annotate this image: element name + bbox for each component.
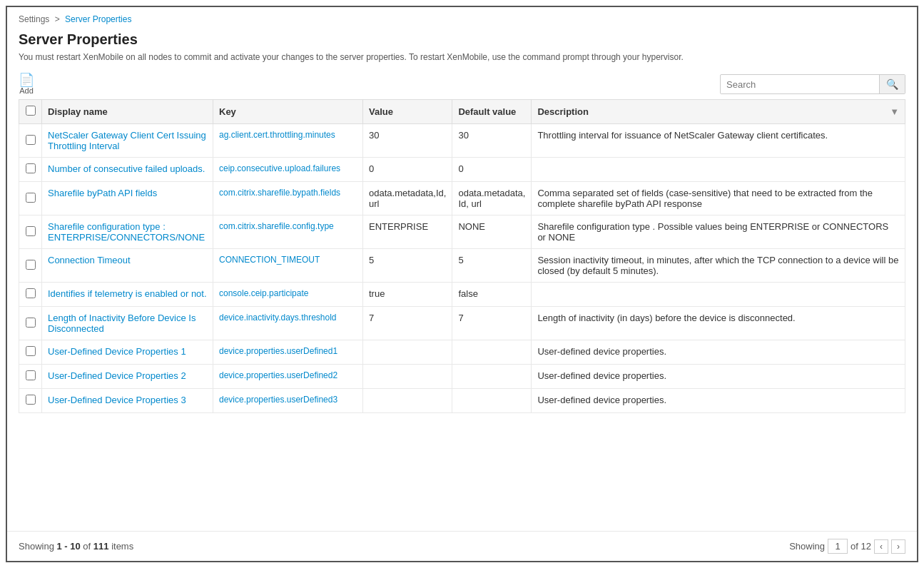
row-description [532,283,905,307]
row-description: Sharefile configuration type . Possible … [532,215,905,249]
row-key: device.inactivity.days.threshold [213,307,363,340]
row-default-value: 0 [452,158,532,182]
add-button[interactable]: 📄 Add [19,73,34,95]
row-default-value [452,389,532,413]
toolbar: 📄 Add 🔍 [7,69,917,99]
row-checkbox[interactable] [26,318,36,328]
row-display-name: Sharefile byPath API fields [42,182,213,215]
row-key: ceip.consecutive.upload.failures [213,158,363,182]
row-checkbox[interactable] [26,226,36,236]
row-value: 5 [363,249,452,283]
row-default-value: 7 [452,307,532,340]
breadcrumb-sep: > [55,14,60,24]
page-subtitle: You must restart XenMobile on all nodes … [7,51,917,69]
items-label: items [109,541,134,552]
row-checkbox-cell [19,249,42,283]
row-key: device.properties.userDefined2 [213,365,363,389]
row-default-value [452,365,532,389]
row-value: 0 [363,158,452,182]
table-row: User-Defined Device Properties 3device.p… [19,389,905,413]
row-display-name: Number of consecutive failed uploads. [42,158,213,182]
row-description [532,158,905,182]
row-display-name: Connection Timeout [42,249,213,283]
row-value: ENTERPRISE [363,215,452,249]
row-checkbox-cell [19,215,42,249]
table-row: User-Defined Device Properties 2device.p… [19,365,905,389]
row-checkbox[interactable] [26,288,36,298]
row-checkbox-cell [19,365,42,389]
row-description: Comma separated set of fields (case-sens… [532,182,905,215]
row-key: ag.client.cert.throttling.minutes [213,124,363,158]
col-header-cb [19,100,42,124]
row-checkbox[interactable] [26,395,36,405]
row-description: Length of inactivity (in days) before th… [532,307,905,340]
row-default-value: odata.metadata, Id, url [452,182,532,215]
row-checkbox[interactable] [26,193,36,203]
row-default-value: false [452,283,532,307]
row-default-value: 30 [452,124,532,158]
breadcrumb-current: Server Properties [65,14,131,24]
row-key: com.citrix.sharefile.config.type [213,215,363,249]
table-row: Identifies if telemetry is enabled or no… [19,283,905,307]
row-default-value [452,340,532,365]
row-value [363,365,452,389]
row-description: Throttling interval for issuance of NetS… [532,124,905,158]
table-row: Sharefile byPath API fieldscom.citrix.sh… [19,182,905,215]
breadcrumb-settings: Settings [19,14,49,24]
row-checkbox-cell [19,340,42,365]
row-display-name: User-Defined Device Properties 1 [42,340,213,365]
showing-of: of [81,541,93,552]
row-checkbox[interactable] [26,135,36,145]
row-value: true [363,283,452,307]
row-value: 7 [363,307,452,340]
row-checkbox-cell [19,307,42,340]
table-wrap: Display name Key Value Default value Des… [7,99,917,525]
search-button[interactable]: 🔍 [879,75,905,93]
row-description: User-defined device properties. [532,389,905,413]
row-default-value: NONE [452,215,532,249]
row-key: device.properties.userDefined1 [213,340,363,365]
row-checkbox-cell [19,389,42,413]
next-page-button[interactable]: › [891,539,905,554]
row-description: Session inactivity timeout, in minutes, … [532,249,905,283]
row-key: CONNECTION_TIMEOUT [213,249,363,283]
row-description: User-defined device properties. [532,365,905,389]
row-checkbox-cell [19,283,42,307]
row-value: 30 [363,124,452,158]
total-items: 111 [93,541,109,552]
col-header-description: Description ▼ [532,100,905,124]
page-title: Server Properties [7,29,917,51]
row-description: User-defined device properties. [532,340,905,365]
sort-arrow-icon: ▼ [890,106,899,117]
search-input[interactable] [721,76,879,93]
row-value [363,389,452,413]
search-box: 🔍 [720,74,905,94]
row-display-name: User-Defined Device Properties 3 [42,389,213,413]
row-display-name: Sharefile configuration type : ENTERPRIS… [42,215,213,249]
table-row: NetScaler Gateway Client Cert Issuing Th… [19,124,905,158]
row-key: device.properties.userDefined3 [213,389,363,413]
col-header-default-value: Default value [452,100,532,124]
showing-prefix: Showing [19,541,56,552]
select-all-checkbox[interactable] [26,106,36,116]
col-header-value: Value [363,100,452,124]
total-pages-label: of 12 [851,541,871,552]
footer: Showing 1 - 10 of 111 items Showing 1 of… [7,531,917,561]
col-header-key: Key [213,100,363,124]
row-default-value: 5 [452,249,532,283]
row-checkbox[interactable] [26,260,36,270]
prev-page-button[interactable]: ‹ [874,539,888,554]
row-checkbox[interactable] [26,370,36,380]
table-row: User-Defined Device Properties 1device.p… [19,340,905,365]
pagination: Showing 1 of 12 ‹ › [789,539,905,554]
breadcrumb: Settings > Server Properties [7,7,917,29]
row-key: console.ceip.participate [213,283,363,307]
showing-range: 1 - 10 [56,541,80,552]
add-icon: 📄 [19,73,34,86]
row-checkbox[interactable] [26,346,36,356]
table-row: Length of Inactivity Before Device Is Di… [19,307,905,340]
table-row: Number of consecutive failed uploads.cei… [19,158,905,182]
row-checkbox[interactable] [26,163,36,173]
page-label: Showing [789,541,825,552]
row-display-name: Length of Inactivity Before Device Is Di… [42,307,213,340]
